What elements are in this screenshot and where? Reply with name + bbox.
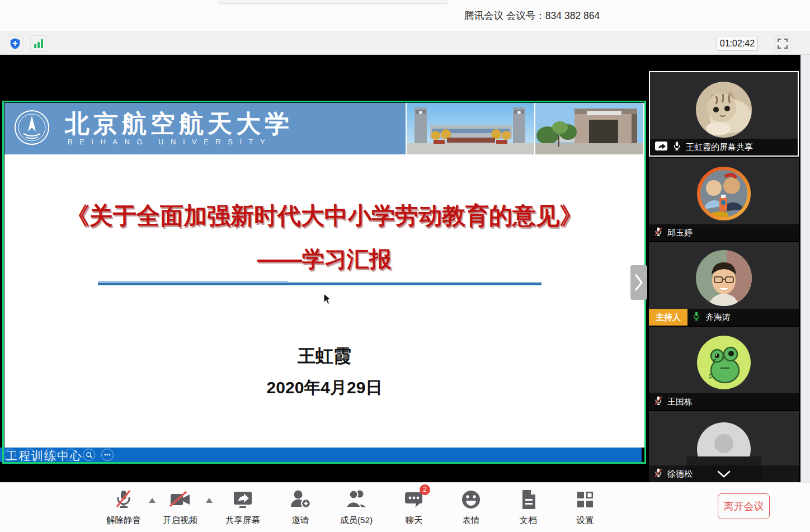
meeting-id-text: 腾讯会议 会议号：834 382 864 [464, 0, 600, 32]
slide-content: 《关于全面加强新时代大中小学劳动教育的意见》 ——学习汇报 王虹霞 2020年4… [4, 154, 644, 448]
mic-muted-icon [112, 488, 135, 511]
chat-unread-badge: 2 [420, 484, 430, 495]
screen-share-stage: 北京航空航天大学 BEIHANG UNIVERSITY [0, 55, 810, 482]
slide-banner: 北京航空航天大学 BEIHANG UNIVERSITY [4, 103, 644, 154]
toolbar-item-label: 成员(52) [329, 515, 383, 526]
camera-off-icon [169, 488, 191, 511]
participant-tile[interactable]: 王国栋 [649, 327, 799, 410]
docs-button[interactable]: 文档 [501, 488, 555, 526]
collapse-panel-icon[interactable] [717, 470, 731, 481]
participant-tile-host[interactable]: 主持人 齐海涛 [649, 242, 799, 326]
toolbar-item-label: 设置 [558, 515, 612, 526]
mic-muted-icon [653, 227, 663, 239]
next-slide-button[interactable] [630, 265, 647, 300]
participant-name: 王虹霞的屏幕共享 [686, 142, 753, 153]
participant-tile[interactable]: 邱玉婷 [649, 158, 799, 241]
members-button[interactable]: 成员(52) [329, 488, 383, 526]
slide-divider-line [98, 283, 541, 285]
chat-button[interactable]: 2 聊天 [387, 488, 441, 526]
slide-author: 王虹霞 [4, 344, 644, 369]
toolbar-item-label: 解除静音 [97, 515, 150, 526]
security-shield-icon[interactable] [7, 35, 23, 52]
participant-namebar: 王国栋 [649, 393, 799, 410]
unmute-button[interactable]: 解除静音 [97, 488, 150, 526]
settings-button[interactable]: 设置 [558, 488, 612, 526]
tencent-meeting-window: 腾讯会议 会议号：834 382 864 01:02:42 北京航空航天大学 [0, 0, 810, 532]
man-avatar [696, 250, 752, 308]
docs-icon [517, 488, 539, 511]
participant-namebar: 主持人 齐海涛 [649, 309, 799, 326]
toolbar-item-label: 文档 [501, 515, 555, 526]
toolbar-item-label: 聊天 [387, 515, 441, 526]
cat-avatar [696, 82, 752, 140]
mic-active-icon [691, 311, 701, 323]
slide-footer-text: 工程训练中心 [6, 448, 83, 464]
emoji-button[interactable]: 表情 [444, 488, 498, 526]
participant-tile-screen-share[interactable]: 王虹霞的屏幕共享 [649, 71, 799, 157]
more-options-icon[interactable] [101, 449, 114, 461]
participants-panel: 王虹霞的屏幕共享 邱玉婷 主持人 [649, 71, 799, 482]
frog-avatar [696, 335, 752, 393]
toolbar-item-label: 开启视频 [153, 515, 207, 526]
network-signal-icon[interactable] [30, 35, 47, 52]
mic-muted-icon [653, 468, 663, 480]
shared-slide: 北京航空航天大学 BEIHANG UNIVERSITY [4, 103, 644, 448]
toolbar-item-label: 表情 [444, 515, 498, 526]
leave-meeting-button[interactable]: 离开会议 [718, 493, 770, 519]
mic-muted-icon [653, 396, 663, 408]
invite-button[interactable]: 邀请 [274, 488, 327, 526]
invite-icon [289, 488, 312, 511]
participant-namebar: 王虹霞的屏幕共享 [650, 139, 798, 156]
bottom-toolbar: 解除静音 开启视频 共享屏幕 邀请 成员(52) [0, 482, 810, 532]
slide-date: 2020年4月29日 [4, 376, 644, 399]
fullscreen-icon[interactable] [774, 35, 791, 52]
start-video-button[interactable]: 开启视频 [153, 488, 207, 526]
toolbar-item-label: 共享屏幕 [216, 515, 270, 526]
university-name-cn: 北京航空航天大学 [65, 107, 293, 140]
top-toolbar: 01:02:42 [0, 32, 810, 55]
participant-name: 徐德松 [667, 469, 693, 479]
participant-name: 邱玉婷 [667, 228, 693, 238]
settings-icon [574, 488, 596, 511]
mic-on-icon [672, 141, 682, 153]
campus-building-photo [535, 103, 643, 154]
participant-name: 齐海涛 [705, 312, 731, 323]
participant-name: 王国栋 [667, 397, 693, 407]
meeting-timer: 01:02:42 [717, 36, 758, 51]
emoji-icon [460, 488, 482, 511]
toolbar-item-label: 邀请 [274, 515, 327, 526]
banner-blue-strip: 北京航空航天大学 BEIHANG UNIVERSITY [4, 103, 406, 154]
screen-share-icon [654, 140, 668, 154]
participant-namebar: 邱玉婷 [649, 224, 799, 241]
title-bar: 腾讯会议 会议号：834 382 864 [0, 0, 810, 32]
kids-avatar [696, 166, 752, 224]
window-right-strip [800, 55, 810, 482]
magnifier-icon[interactable] [83, 449, 95, 461]
video-options-caret[interactable] [206, 498, 213, 503]
floating-panel-edge [218, 0, 449, 3]
slide-title: 《关于全面加强新时代大中小学劳动教育的意见》 [4, 200, 644, 232]
share-screen-icon [232, 488, 254, 511]
university-name-en: BEIHANG UNIVERSITY [68, 138, 272, 146]
members-icon [345, 488, 368, 511]
chat-icon: 2 [403, 488, 425, 511]
slide-subtitle: ——学习汇报 [4, 244, 644, 275]
slide-footer-bar: 工程训练中心 [0, 448, 642, 462]
beihang-logo [13, 109, 50, 148]
campus-gate-photo [407, 103, 534, 154]
participant-tile[interactable]: 徐德松 [649, 411, 799, 482]
share-screen-button[interactable]: 共享屏幕 [216, 488, 270, 526]
host-badge: 主持人 [649, 309, 687, 326]
